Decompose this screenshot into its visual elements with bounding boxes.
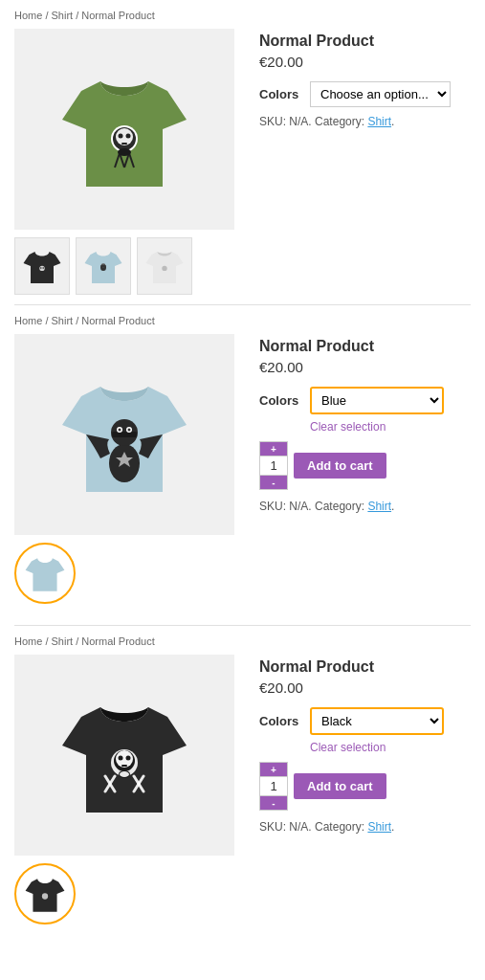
breadcrumb-shirt-1[interactable]: Shirt [52,10,74,21]
page-wrapper: Home / Shirt / Normal Product [0,0,485,955]
sku-line-2: SKU: N/A. Category: Shirt. [259,500,471,513]
svg-rect-31 [121,765,127,767]
svg-point-12 [40,267,42,269]
svg-point-4 [126,134,131,139]
color-row-2: Colors Blue Black White Green [259,387,471,414]
color-select-3[interactable]: Black Blue White Green [310,707,444,735]
clear-selection-3[interactable]: Clear selection [310,741,471,754]
tshirt-thumb-blue-highlight [24,552,66,594]
svg-point-30 [126,756,131,761]
product-info-2: Normal Product €20.00 Colors Blue Black … [244,334,471,615]
breadcrumb-shirt-3[interactable]: Shirt [52,635,74,647]
main-image-3 [14,655,234,856]
breadcrumb-1: Home / Shirt / Normal Product [14,10,471,21]
qty-increment-3[interactable]: + [260,763,287,776]
svg-point-23 [119,429,121,432]
circle-highlight-2 [14,543,76,604]
svg-rect-5 [121,143,127,145]
svg-point-10 [118,148,131,156]
product-title-3: Normal Product [259,658,471,676]
breadcrumb-current-1: Normal Product [81,10,154,21]
svg-point-13 [42,267,44,269]
tshirt-thumb-black [23,246,61,286]
qty-increment-2[interactable]: + [260,442,287,456]
breadcrumb-current-2: Normal Product [81,315,154,326]
color-select-1[interactable]: Choose an option... Blue Black White Gre… [310,81,451,107]
colors-label-3: Colors [259,714,302,728]
add-to-cart-button-2[interactable]: Add to cart [294,453,386,479]
thumbnails-1 [14,237,244,295]
svg-point-24 [128,429,131,432]
product-section-2: Normal Product €20.00 Colors Blue Black … [14,334,471,615]
color-row-1: Colors Choose an option... Blue Black Wh… [259,81,471,107]
qty-cart-row-3: + 1 - Add to cart [259,762,471,811]
sku-line-3: SKU: N/A. Category: Shirt. [259,820,471,834]
breadcrumb-home-2[interactable]: Home [14,315,42,326]
qty-decrement-3[interactable]: - [260,796,287,810]
svg-rect-16 [101,265,106,266]
product-image-area-1 [14,29,244,295]
svg-point-15 [101,263,106,267]
breadcrumb-home-3[interactable]: Home [14,635,42,647]
colors-label-2: Colors [259,393,302,408]
tshirt-thumb-blue [84,246,122,286]
category-link-1[interactable]: Shirt [367,115,391,128]
tshirt-svg-black [62,688,187,822]
clear-selection-2[interactable]: Clear selection [310,420,471,434]
main-image-1 [14,29,234,230]
svg-point-37 [120,771,129,777]
breadcrumb-shirt-2[interactable]: Shirt [52,315,74,326]
thumbnail-white-1[interactable] [137,237,192,295]
tshirt-svg-blue [62,368,187,501]
product-price-3: €20.00 [259,679,471,696]
circle-highlight-3 [14,863,76,924]
qty-decrement-2[interactable]: - [260,476,287,489]
bottom-thumb-area-2 [14,543,244,604]
tshirt-thumb-white [145,246,184,286]
qty-value-3: 1 [260,776,287,796]
svg-rect-20 [112,432,137,437]
divider-1 [14,304,471,305]
product-price-1: €20.00 [259,54,471,70]
svg-point-29 [119,756,123,761]
breadcrumb-home-1[interactable]: Home [14,10,42,21]
product-info-3: Normal Product €20.00 Colors Black Blue … [244,655,471,936]
product-info-1: Normal Product €20.00 Colors Choose an o… [244,29,471,295]
breadcrumb-3: Home / Shirt / Normal Product [14,635,471,647]
svg-point-38 [42,893,48,899]
main-image-2 [14,334,234,535]
svg-point-11 [39,266,44,271]
divider-2 [14,625,471,626]
svg-point-17 [162,266,166,271]
tshirt-thumb-black-highlight [24,873,66,915]
qty-value-2: 1 [260,456,287,476]
breadcrumb-current-3: Normal Product [81,635,154,647]
thumbnail-blue-1[interactable] [76,237,131,295]
colors-label-1: Colors [259,87,302,101]
sku-line-1: SKU: N/A. Category: Shirt. [259,115,471,128]
product-image-area-3 [14,655,244,936]
color-select-2[interactable]: Blue Black White Green [310,387,444,414]
bottom-thumb-area-3 [14,863,244,924]
qty-box-3: + 1 - [259,762,288,811]
thumbnail-black-1[interactable] [14,237,70,295]
color-row-3: Colors Black Blue White Green [259,707,471,735]
product-price-2: €20.00 [259,359,471,375]
qty-cart-row-2: + 1 - Add to cart [259,441,471,490]
tshirt-svg-green [62,62,187,196]
category-link-3[interactable]: Shirt [367,820,391,834]
breadcrumb-2: Home / Shirt / Normal Product [14,315,471,326]
qty-box-2: + 1 - [259,441,288,490]
product-section-1: Normal Product €20.00 Colors Choose an o… [14,29,471,295]
svg-point-3 [119,134,123,139]
add-to-cart-button-3[interactable]: Add to cart [294,773,386,799]
product-image-area-2 [14,334,244,615]
product-title-2: Normal Product [259,338,471,355]
category-link-2[interactable]: Shirt [367,500,391,513]
product-title-1: Normal Product [259,33,471,50]
product-section-3: Normal Product €20.00 Colors Black Blue … [14,655,471,936]
